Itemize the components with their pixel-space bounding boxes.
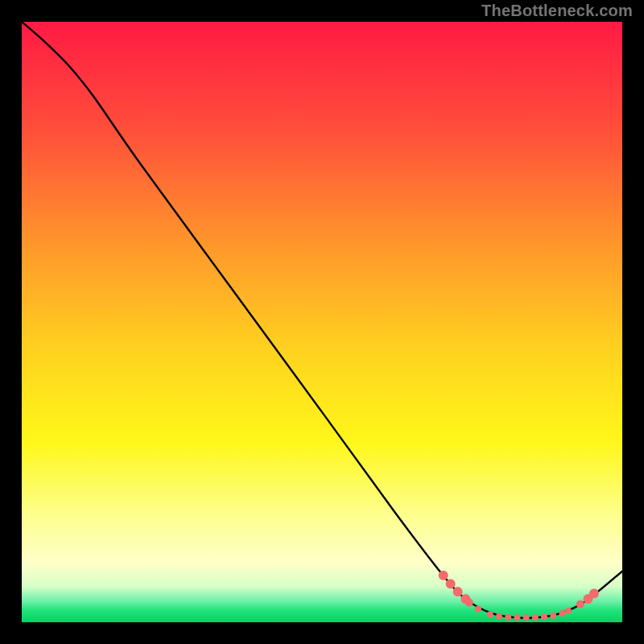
data-marker — [532, 614, 539, 621]
chart-svg — [22, 22, 622, 622]
data-marker — [475, 606, 481, 613]
plot-area — [22, 22, 622, 622]
data-marker — [505, 614, 511, 621]
data-marker — [541, 613, 547, 620]
data-marker — [550, 613, 556, 619]
data-marker — [559, 610, 565, 617]
data-marker — [446, 579, 456, 588]
chart-frame: TheBottleneck.com — [0, 0, 644, 644]
data-marker — [496, 613, 502, 620]
attribution-label: TheBottleneck.com — [481, 2, 633, 20]
gradient-background — [22, 22, 622, 622]
data-marker — [576, 601, 584, 609]
data-marker — [523, 614, 530, 621]
data-marker — [453, 587, 463, 597]
data-marker — [487, 611, 493, 617]
data-marker — [514, 614, 520, 621]
data-marker — [565, 608, 572, 614]
data-marker — [439, 571, 448, 580]
data-marker — [465, 598, 473, 606]
data-marker — [589, 588, 599, 598]
